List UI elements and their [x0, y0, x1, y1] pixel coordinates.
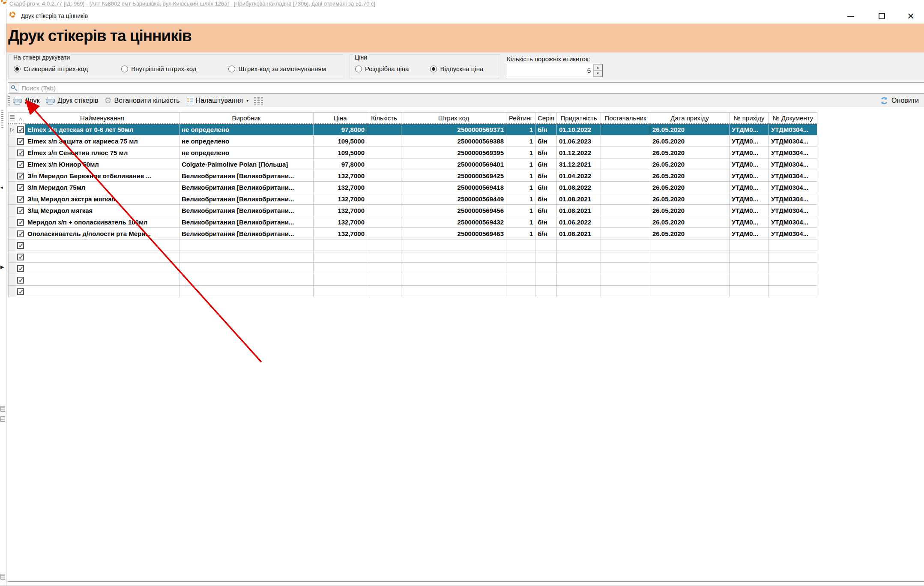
cell-expiry[interactable] [557, 286, 601, 297]
checkbox-column-header[interactable]: △ [16, 113, 25, 124]
row-checkbox[interactable] [17, 288, 24, 295]
cell-ano[interactable]: УТДМ0... [730, 193, 769, 205]
cell-ano[interactable]: УТДМ0... [730, 158, 769, 170]
cell-ano[interactable] [730, 239, 769, 251]
row-header-cell[interactable] [9, 286, 16, 297]
radio-release-price[interactable]: Відпускна ціна [430, 65, 483, 72]
cell-qty[interactable] [367, 158, 401, 170]
maximize-button[interactable] [869, 9, 894, 24]
empty-row[interactable] [9, 251, 817, 263]
row-header-cell[interactable] [9, 147, 16, 158]
cell-adate[interactable]: 26.05.2020 [650, 182, 730, 193]
cell-name[interactable] [25, 251, 179, 263]
cell-series[interactable]: б/н [535, 182, 557, 193]
table-row[interactable]: Elmex з/п Сенситив плюс 75 млне определе… [9, 147, 817, 158]
empty-row[interactable] [9, 274, 817, 286]
cell-series[interactable]: б/н [535, 193, 557, 205]
empty-labels-value[interactable]: 5 [507, 64, 593, 77]
cell-qty[interactable] [367, 263, 401, 274]
cell-adate[interactable]: 26.05.2020 [650, 205, 730, 216]
row-checkbox-cell[interactable] [16, 286, 25, 297]
row-header-cell[interactable] [9, 263, 16, 274]
grid-corner-cell[interactable] [9, 113, 16, 124]
table-row[interactable]: З/щ Меридол экстра мягкаяВеликобритания … [9, 193, 817, 205]
cell-supplier[interactable] [601, 228, 650, 239]
cell-price[interactable]: 132,7000 [314, 228, 367, 239]
row-header-cell[interactable] [9, 170, 16, 182]
cell-adate[interactable] [650, 239, 730, 251]
column-header-series[interactable]: Серія [535, 113, 557, 124]
cell-barcode[interactable]: 2500000569371 [401, 124, 506, 135]
cell-name[interactable]: З/п Меридол 75мл [25, 182, 179, 193]
cell-dno[interactable]: УТДМ0304... [769, 170, 817, 182]
row-checkbox[interactable] [17, 138, 24, 145]
cell-ano[interactable]: УТДМ0... [730, 205, 769, 216]
cell-supplier[interactable] [601, 124, 650, 135]
cell-supplier[interactable] [601, 158, 650, 170]
table-row[interactable]: ▷Elmex з/п детская от 0-6 лет 50млне опр… [9, 124, 817, 135]
cell-rating[interactable]: 1 [506, 205, 535, 216]
cell-ano[interactable] [730, 263, 769, 274]
cell-qty[interactable] [367, 135, 401, 147]
cell-series[interactable] [535, 239, 557, 251]
table-row[interactable]: Elmex з/п Защита от кариеса 75 млне опре… [9, 135, 817, 147]
row-checkbox[interactable] [17, 196, 24, 203]
cell-adate[interactable]: 26.05.2020 [650, 193, 730, 205]
cell-qty[interactable] [367, 124, 401, 135]
cell-supplier[interactable] [601, 274, 650, 286]
cell-ano[interactable]: УТДМ0... [730, 216, 769, 228]
column-header-supplier[interactable]: Постачальник [601, 113, 650, 124]
cell-adate[interactable]: 26.05.2020 [650, 216, 730, 228]
row-header-cell[interactable]: ▷ [9, 124, 16, 135]
row-checkbox[interactable] [17, 265, 24, 272]
cell-qty[interactable] [367, 193, 401, 205]
cell-price[interactable]: 132,7000 [314, 216, 367, 228]
cell-expiry[interactable] [557, 239, 601, 251]
cell-expiry[interactable] [557, 263, 601, 274]
cell-name[interactable] [25, 274, 179, 286]
row-checkbox-cell[interactable] [16, 205, 25, 216]
cell-adate[interactable] [650, 263, 730, 274]
column-header-arrival-no[interactable]: № прихіду [730, 113, 769, 124]
search-input[interactable]: Поиск (Tab) [8, 82, 924, 94]
cell-name[interactable]: Меридол з/п + ополаскиватель 100мл [25, 216, 179, 228]
column-header-barcode[interactable]: Штрих код [401, 113, 506, 124]
column-header-qty[interactable]: Кількість [367, 113, 401, 124]
empty-row[interactable] [9, 286, 817, 297]
cell-expiry[interactable]: 01.06.2022 [557, 216, 601, 228]
cell-name[interactable]: З/п Меридол Бережное отбеливание ... [25, 170, 179, 182]
cell-dno[interactable] [769, 263, 817, 274]
cell-rating[interactable] [506, 263, 535, 274]
radio-internal-barcode[interactable]: Внутрішній штрих-код [121, 65, 196, 72]
dock-panel-icon[interactable] [0, 574, 5, 580]
row-checkbox-cell[interactable] [16, 124, 25, 135]
print-button[interactable]: Друк [10, 96, 43, 106]
cell-qty[interactable] [367, 251, 401, 263]
row-checkbox-cell[interactable] [16, 251, 25, 263]
empty-labels-spinner[interactable]: 5 ▲ ▼ [507, 64, 603, 77]
cell-ano[interactable]: УТДМ0... [730, 147, 769, 158]
row-checkbox[interactable] [17, 161, 24, 168]
cell-supplier[interactable] [601, 135, 650, 147]
cell-ano[interactable]: УТДМ0... [730, 228, 769, 239]
cell-price[interactable]: 132,7000 [314, 182, 367, 193]
cell-price[interactable] [314, 239, 367, 251]
cell-qty[interactable] [367, 274, 401, 286]
cell-supplier[interactable] [601, 182, 650, 193]
cell-qty[interactable] [367, 228, 401, 239]
column-header-doc-no[interactable]: № Документу [769, 113, 817, 124]
dock-panel-icon[interactable] [0, 406, 5, 412]
cell-price[interactable] [314, 251, 367, 263]
cell-series[interactable]: б/н [535, 158, 557, 170]
cell-barcode[interactable]: 2500000569449 [401, 193, 506, 205]
cell-barcode[interactable]: 2500000569425 [401, 170, 506, 182]
cell-vendor[interactable]: Великобритания [Великобритани... [179, 205, 314, 216]
cell-rating[interactable]: 1 [506, 216, 535, 228]
cell-dno[interactable]: УТДМ0304... [769, 124, 817, 135]
row-checkbox-cell[interactable] [16, 170, 25, 182]
cell-series[interactable]: б/н [535, 124, 557, 135]
cell-rating[interactable]: 1 [506, 147, 535, 158]
cell-qty[interactable] [367, 170, 401, 182]
cell-supplier[interactable] [601, 205, 650, 216]
cell-vendor[interactable]: Великобритания [Великобритани... [179, 216, 314, 228]
